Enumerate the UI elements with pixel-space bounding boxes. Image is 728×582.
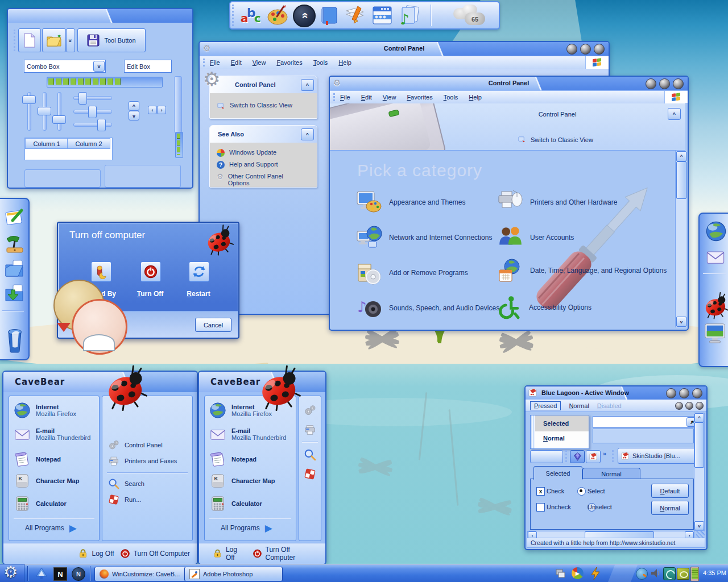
menu-file[interactable]: File	[340, 94, 350, 101]
quicklaunch-n-icon[interactable]: N	[72, 567, 85, 581]
windows-update-link[interactable]: Windows Update	[217, 149, 312, 157]
switch-classic-link[interactable]: Switch to Classic View	[518, 135, 593, 144]
cancel-button[interactable]: Cancel	[195, 318, 231, 332]
menu-tools[interactable]: Tools	[313, 59, 328, 66]
menu-item-selected[interactable]: Selected	[535, 415, 589, 431]
vscroll-track[interactable]	[174, 76, 182, 133]
column-header-2[interactable]: Column 2	[67, 138, 110, 149]
category-accessibility[interactable]: Accessibility Options	[497, 295, 592, 320]
scroll-down-button[interactable]: v	[694, 521, 704, 530]
sample-blank-button[interactable]	[530, 450, 563, 463]
search-icon[interactable]	[304, 448, 316, 461]
folder-documents-icon[interactable]	[4, 258, 26, 280]
menu-item-email[interactable]: E-mailMozilla Thunderbird	[14, 426, 90, 443]
menu-favorites[interactable]: Favorites	[276, 59, 302, 66]
hslider-track[interactable]	[73, 123, 112, 127]
desktop-peek-icon[interactable]	[555, 568, 566, 579]
column-header-1[interactable]: Column 1	[25, 138, 68, 149]
control-panel-gears-icon[interactable]	[304, 404, 316, 417]
vslider-handle[interactable]	[38, 107, 51, 115]
mail-envelope-icon[interactable]	[705, 247, 726, 267]
all-programs[interactable]: All Programs ▶	[25, 522, 77, 534]
menu-tools[interactable]: Tools	[444, 94, 458, 101]
minimize-button[interactable]	[566, 44, 577, 55]
restart-button[interactable]	[189, 261, 209, 282]
combo-box[interactable]: Combo Box v	[24, 60, 106, 73]
skinstudio-tool-button[interactable]	[586, 450, 601, 463]
collapse-button[interactable]: ^	[301, 79, 314, 91]
tab-normal[interactable]: Normal	[582, 468, 640, 480]
tray-battery-icon[interactable]	[690, 567, 699, 581]
folder-download-icon[interactable]	[4, 283, 26, 305]
menu-normal[interactable]: Normal	[569, 402, 589, 409]
menu-item-charmap[interactable]: Character Map	[209, 472, 275, 489]
close-button[interactable]	[594, 44, 605, 55]
category-datetime[interactable]: Date, Time, Language, and Regional Optio…	[497, 257, 668, 284]
vslider-handle[interactable]	[22, 95, 36, 104]
toolbar-overflow-chevron[interactable]: »	[66, 28, 75, 52]
tray-quicktime-icon[interactable]	[636, 568, 648, 580]
collapse-button[interactable]: ^	[668, 108, 681, 120]
sample-task-button[interactable]: SkinStudio [Blu...	[618, 448, 697, 464]
close-button[interactable]	[692, 388, 702, 398]
checkbox-unchecked[interactable]	[536, 503, 545, 512]
menu-item-printers[interactable]: Printers and Faxes	[108, 455, 177, 467]
toolbar-chevron-icon[interactable]: »	[603, 450, 606, 457]
default-button[interactable]: Default	[651, 484, 689, 498]
menu-item-run[interactable]: Run...	[108, 494, 141, 505]
standby-button[interactable]	[91, 261, 111, 282]
pen-notes-icon[interactable]	[344, 5, 367, 26]
menu-edit[interactable]: Edit	[361, 94, 372, 101]
mdi-minimize-button[interactable]	[675, 402, 683, 410]
window-app-icon[interactable]	[371, 5, 393, 26]
spin-down-button[interactable]: v	[129, 111, 139, 120]
tool-button[interactable]: Tool Button	[77, 28, 146, 52]
tray-nvidia-icon[interactable]	[677, 568, 689, 580]
close-button[interactable]	[673, 78, 684, 89]
scroll-thumb[interactable]	[694, 422, 704, 468]
menu-help[interactable]: Help	[338, 59, 351, 66]
menu-file[interactable]: File	[210, 59, 220, 66]
minimize-button[interactable]	[666, 388, 676, 398]
ladybug-icon[interactable]	[700, 290, 728, 322]
music-files-icon[interactable]: ♪	[398, 4, 421, 27]
open-folder-button[interactable]	[42, 28, 66, 52]
turnoff-button[interactable]	[140, 261, 161, 282]
all-programs[interactable]: All Programs ▶	[221, 522, 272, 534]
maximize-button[interactable]	[679, 388, 689, 398]
start-button[interactable]: ⚙ K	[0, 564, 24, 582]
titlebar[interactable]	[8, 9, 192, 23]
log-off-button[interactable]: Log Off	[213, 546, 247, 562]
maximize-button[interactable]	[580, 44, 591, 55]
category-appearance[interactable]: Appearance and Themes	[356, 189, 466, 215]
category-sounds[interactable]: ♪ Sounds, Speech, and Audio Devices	[356, 295, 499, 321]
display-icon[interactable]	[703, 322, 727, 346]
hslider-handle[interactable]	[97, 119, 106, 131]
menu-view[interactable]: View	[253, 59, 266, 66]
scrollbar-vertical[interactable]: ^ v	[675, 151, 686, 327]
vslider-track[interactable]	[57, 92, 61, 131]
category-network[interactable]: Network and Internet Connections	[356, 225, 492, 251]
desk-lamp-icon[interactable]	[5, 233, 25, 253]
category-printers[interactable]: Printers and Other Hardware	[497, 189, 617, 215]
task-wincustomize[interactable]: WinCustomize: CaveB...	[94, 567, 191, 581]
menu-favorites[interactable]: Favorites	[407, 94, 432, 101]
minimize-button[interactable]	[646, 78, 656, 89]
right-arrow-button[interactable]: ›	[157, 106, 166, 114]
menu-item-internet[interactable]: InternetMozilla Firefox	[14, 402, 76, 419]
mdi-restore-button[interactable]	[685, 402, 693, 410]
other-cp-options-link[interactable]: ⚙ Other Control Panel Options	[217, 173, 312, 186]
category-user-accounts[interactable]: User Accounts	[497, 225, 574, 251]
palette-icon[interactable]	[267, 5, 288, 26]
cup-bin-icon[interactable]	[5, 329, 24, 354]
scroll-down-button[interactable]: v	[676, 317, 686, 327]
run-icon[interactable]	[304, 468, 316, 480]
collapse-button[interactable]: ^	[301, 128, 314, 140]
switch-classic-link[interactable]: Switch to Classic View	[217, 102, 312, 110]
menu-item-notepad[interactable]: Notepad	[14, 451, 61, 468]
radio-selected[interactable]	[577, 487, 586, 496]
menu-item-charmap[interactable]: Character Map	[14, 472, 79, 489]
spin-up-button[interactable]: ^	[129, 101, 139, 111]
turn-off-computer-button[interactable]: Turn Off Computer	[253, 546, 318, 562]
menu-item-calculator[interactable]: Calculator	[209, 495, 262, 512]
